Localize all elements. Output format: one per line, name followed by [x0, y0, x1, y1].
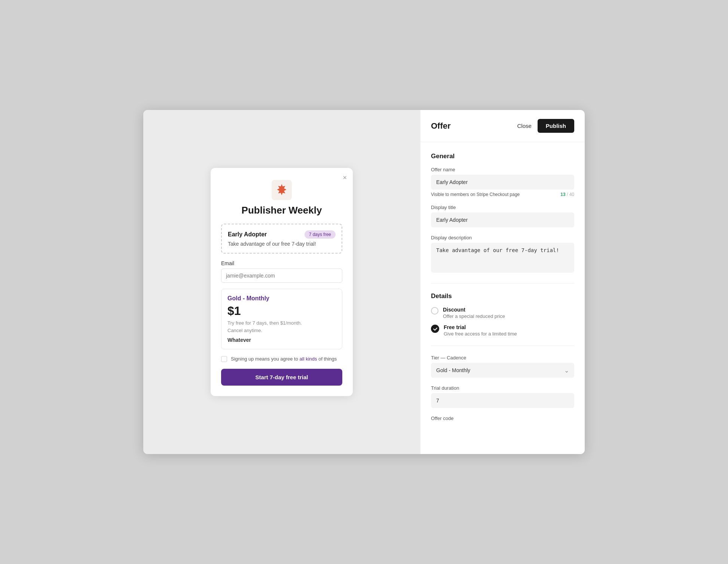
tier-cadence-select-wrapper: Gold - Monthly Gold - Annual Silver - Mo… — [431, 363, 574, 378]
modal-card: × Publisher Weekly Early Adopter 7 days … — [211, 168, 353, 396]
display-title-label: Display title — [431, 205, 456, 210]
offer-box: Early Adopter 7 days free Take advantage… — [221, 224, 342, 254]
preview-panel: × Publisher Weekly Early Adopter 7 days … — [143, 110, 420, 454]
modal-close-button[interactable]: × — [343, 174, 347, 182]
free-trial-sublabel: Give free access for a limited time — [444, 331, 517, 337]
offer-code-label: Offer code — [431, 416, 453, 421]
close-button[interactable]: Close — [517, 123, 531, 129]
discount-radio[interactable] — [431, 307, 438, 315]
plan-card: Gold - Monthly $1 Try free for 7 days, t… — [221, 289, 342, 349]
offer-name-field: Offer name Visible to members on Stripe … — [431, 167, 574, 197]
free-trial-option[interactable]: Free trial Give free access for a limite… — [431, 324, 574, 337]
settings-header: Offer Close Publish — [420, 110, 585, 142]
offer-name-input[interactable] — [431, 175, 574, 190]
free-trial-badge: 7 days free — [305, 230, 336, 239]
char-separator: / — [567, 192, 569, 197]
star-icon — [275, 183, 288, 197]
terms-checkbox[interactable] — [221, 356, 227, 362]
plan-name: Gold - Monthly — [227, 295, 336, 302]
publication-title: Publisher Weekly — [221, 205, 342, 216]
free-trial-label: Free trial — [444, 324, 517, 330]
general-section-title: General — [431, 153, 574, 160]
settings-panel: Offer Close Publish General Offer name V… — [420, 110, 585, 454]
discount-text: Discount Offer a special reduced price — [443, 307, 505, 319]
details-section-title: Details — [431, 292, 574, 300]
settings-title: Offer — [431, 121, 451, 131]
app-container: × Publisher Weekly Early Adopter 7 days … — [143, 110, 585, 454]
display-description-label: Display description — [431, 235, 472, 240]
offer-name-label: Offer name — [431, 167, 455, 172]
display-description-textarea[interactable]: Take advantage of our free 7-day trial! — [431, 243, 574, 273]
plan-description: Try free for 7 days, then $1/month.Cance… — [227, 319, 336, 334]
terms-suffix: of things — [317, 356, 337, 362]
email-section: Email — [221, 260, 342, 283]
terms-text: Signing up means you agree to all kinds … — [231, 355, 337, 363]
char-count: 13 / 40 — [560, 192, 574, 197]
free-trial-radio[interactable] — [431, 325, 439, 333]
offer-box-description: Take advantage of our free 7-day trial! — [228, 241, 336, 247]
section-divider — [431, 283, 574, 283]
offer-name-label-row: Offer name — [431, 167, 574, 172]
email-label: Email — [221, 260, 342, 266]
email-input[interactable] — [221, 269, 342, 283]
tier-cadence-select[interactable]: Gold - Monthly Gold - Annual Silver - Mo… — [431, 363, 574, 378]
plan-feature: Whatever — [227, 337, 336, 343]
discount-label: Discount — [443, 307, 505, 313]
display-title-field: Display title — [431, 205, 574, 227]
header-actions: Close Publish — [517, 119, 574, 133]
display-description-field: Display description Take advantage of ou… — [431, 235, 574, 274]
trial-duration-input[interactable] — [431, 393, 574, 408]
terms-row: Signing up means you agree to all kinds … — [221, 355, 342, 363]
tier-cadence-label: Tier — Cadence — [431, 355, 466, 361]
terms-prefix: Signing up means you agree to — [231, 356, 300, 362]
terms-link[interactable]: all kinds — [300, 356, 317, 362]
publish-button[interactable]: Publish — [538, 119, 574, 133]
offer-box-name: Early Adopter — [228, 231, 267, 238]
checkmark-icon — [433, 327, 438, 331]
cta-button[interactable]: Start 7-day free trial — [221, 369, 342, 386]
display-title-input[interactable] — [431, 212, 574, 227]
offer-code-field: Offer code — [431, 416, 574, 421]
char-max: 40 — [569, 192, 574, 197]
discount-option[interactable]: Discount Offer a special reduced price — [431, 307, 574, 319]
trial-duration-field: Trial duration — [431, 385, 574, 408]
logo-star-container — [272, 180, 292, 200]
plan-price: $1 — [227, 304, 336, 318]
modal-logo — [221, 180, 342, 200]
details-divider — [431, 346, 574, 346]
char-current: 13 — [560, 192, 565, 197]
tier-cadence-field: Tier — Cadence Gold - Monthly Gold - Ann… — [431, 355, 574, 378]
settings-body: General Offer name Visible to members on… — [420, 142, 585, 454]
trial-duration-label: Trial duration — [431, 385, 459, 391]
free-trial-text: Free trial Give free access for a limite… — [444, 324, 517, 337]
discount-sublabel: Offer a special reduced price — [443, 313, 505, 319]
offer-name-hint: Visible to members on Stripe Checkout pa… — [431, 192, 520, 197]
